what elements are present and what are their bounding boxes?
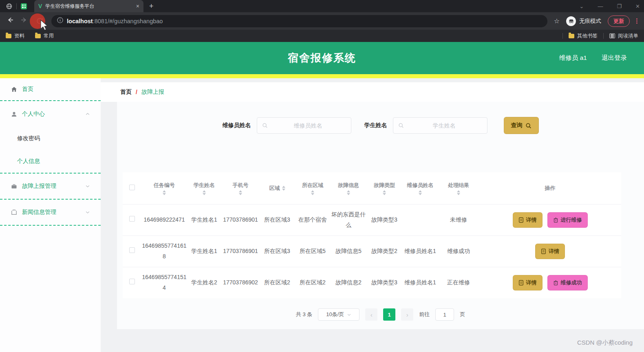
bookmark-label: 常用 (44, 33, 54, 40)
logout-button[interactable]: 退出登录 (602, 54, 627, 62)
minimize-button[interactable]: — (598, 3, 603, 9)
tab-title: 学生宿舍维修服务平台 (45, 3, 132, 10)
incognito-icon (566, 16, 576, 26)
cell-result: 维修成功 (447, 246, 470, 257)
detail-button[interactable]: 详情 (513, 275, 543, 290)
detail-button[interactable]: 详情 (513, 212, 543, 228)
row-checkbox[interactable] (129, 279, 135, 284)
sort-caret-icon[interactable] (457, 190, 460, 195)
select-all-checkbox[interactable] (129, 185, 135, 190)
sidebar-item-news-info-mgmt[interactable]: 新闻信息管理 (0, 200, 101, 225)
cell-phone: 17703786901 (223, 215, 258, 225)
repair-success-button[interactable]: 维修成功 (547, 275, 588, 290)
cell-area: 所在区域2 (264, 277, 290, 288)
search-icon (398, 123, 404, 128)
maximize-button[interactable]: ❐ (617, 3, 622, 9)
page-1-button[interactable]: 1 (383, 308, 395, 321)
start-repair-button[interactable]: 进行维修 (547, 212, 588, 228)
query-button-label: 查询 (511, 122, 523, 129)
sidebar: 首页 个人中心 修改密码 个人信息 故障上报管理 (0, 78, 101, 352)
other-bookmarks-button[interactable]: 其他书签 (569, 33, 598, 40)
sort-caret-icon[interactable] (347, 190, 350, 195)
sort-caret-icon[interactable] (383, 190, 386, 195)
page-size-select[interactable]: 10条/页 (318, 308, 359, 321)
tab-search-chevron-icon[interactable]: ⌄ (580, 3, 584, 9)
cell-area: 所在区域3 (264, 215, 290, 225)
worker-name-input[interactable] (270, 122, 346, 129)
home-icon (11, 86, 18, 93)
student-name-input[interactable] (406, 122, 482, 129)
back-button[interactable] (7, 16, 14, 26)
next-page-button[interactable]: › (401, 308, 413, 321)
col-header-student: 学生姓名 (187, 172, 221, 204)
button-label: 详情 (526, 216, 537, 224)
accent-stripe (0, 74, 644, 78)
trash-icon (553, 217, 558, 223)
bookmarks-bar: 资料 常用 其他书签 阅读清单 (0, 30, 644, 42)
browser-tab[interactable]: V 学生宿舍维修服务平台 × (34, 0, 143, 12)
row-checkbox[interactable] (129, 216, 135, 222)
cell-worker: 维修员姓名1 (404, 246, 436, 257)
table-row: 1646989222471 学生姓名1 17703786901 所在区域3 在那… (123, 204, 621, 235)
cell-task-no: 164698557741618 (141, 241, 187, 262)
reading-list-button[interactable]: 阅读清单 (609, 33, 638, 40)
cell-location: 所在区域2 (300, 277, 326, 288)
sidebar-subitem-personal-info[interactable]: 个人信息 (0, 150, 101, 173)
url-bar[interactable]: localhost:8081/#/guzhangshangbao (51, 15, 547, 27)
col-header-fault-info: 故障信息 (331, 172, 366, 204)
sort-caret-icon[interactable] (311, 190, 314, 195)
divider (16, 3, 17, 9)
sidebar-item-personal-center[interactable]: 个人中心 (0, 101, 101, 127)
detail-button[interactable]: 详情 (535, 244, 565, 259)
extension-icon[interactable] (21, 3, 27, 9)
tab-close-icon[interactable]: × (136, 3, 139, 9)
student-name-input-box (393, 117, 487, 134)
breadcrumb-current: 故障上报 (141, 88, 164, 96)
button-label: 进行维修 (561, 216, 582, 224)
sidebar-item-label: 首页 (22, 86, 33, 93)
forward-button[interactable] (20, 16, 28, 26)
new-tab-button[interactable]: + (149, 2, 154, 11)
site-info-icon[interactable] (57, 17, 63, 25)
search-icon (262, 123, 268, 128)
reload-button[interactable] (34, 16, 45, 26)
sidebar-item-label: 个人信息 (17, 158, 40, 165)
sort-caret-icon[interactable] (163, 190, 166, 195)
bookmark-star-icon[interactable]: ☆ (554, 17, 560, 25)
sidebar-item-label: 修改密码 (17, 135, 40, 142)
browser-menu-icon[interactable] (636, 18, 637, 24)
cell-fault-info: 故障信息2 (335, 277, 362, 288)
column-label: 处理结果 (448, 181, 469, 189)
prev-page-button[interactable]: ‹ (365, 308, 377, 321)
cell-student: 学生姓名1 (191, 246, 217, 257)
update-button[interactable]: 更新 (608, 15, 630, 27)
breadcrumb-home[interactable]: 首页 (120, 88, 132, 96)
button-label: 维修成功 (561, 279, 582, 286)
column-label: 任务编号 (154, 181, 175, 189)
globe-icon[interactable] (6, 3, 12, 9)
sidebar-subitem-change-password[interactable]: 修改密码 (0, 127, 101, 150)
sort-caret-icon[interactable] (203, 190, 206, 195)
sidebar-item-home[interactable]: 首页 (0, 78, 101, 100)
row-checkbox[interactable] (129, 247, 135, 253)
sort-caret-icon[interactable] (239, 190, 242, 195)
close-window-button[interactable]: ✕ (635, 3, 640, 9)
bookmark-folder-changyong[interactable]: 常用 (35, 33, 54, 40)
sidebar-item-fault-report-mgmt[interactable]: 故障上报管理 (0, 174, 101, 199)
worker-name-input-box (257, 117, 351, 134)
col-header-worker: 维修员姓名 (402, 172, 438, 204)
select-all-cell (123, 172, 141, 204)
sidebar-item-label: 故障上报管理 (22, 183, 56, 190)
total-count-label: 共 3 条 (296, 311, 312, 318)
cell-fault-type: 故障类型3 (371, 215, 397, 225)
goto-page-input[interactable] (435, 308, 454, 321)
sort-caret-icon[interactable] (282, 186, 285, 191)
query-button[interactable]: 查询 (504, 117, 539, 134)
worker-name-label: 维修员姓名 (223, 122, 251, 129)
sort-caret-icon[interactable] (419, 190, 422, 195)
briefcase-icon (11, 183, 18, 190)
breadcrumb-separator: / (136, 89, 137, 95)
url-host: localhost (67, 18, 93, 24)
app-header: 宿舍报修系统 维修员 a1 退出登录 (0, 42, 644, 74)
bookmark-folder-ziliao[interactable]: 资料 (6, 33, 24, 40)
